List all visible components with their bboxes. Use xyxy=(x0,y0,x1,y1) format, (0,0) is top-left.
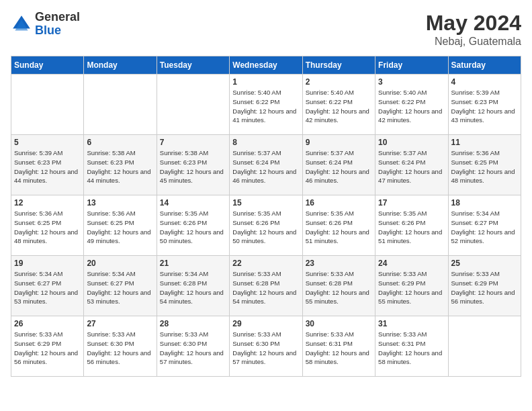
day-number: 6 xyxy=(87,138,153,147)
day-number: 7 xyxy=(160,138,226,147)
day-cell xyxy=(157,75,229,135)
day-number: 3 xyxy=(378,77,445,87)
day-number: 19 xyxy=(14,259,81,268)
day-number: 17 xyxy=(378,198,445,208)
day-info: Sunrise: 5:39 AM Sunset: 6:23 PM Dayligh… xyxy=(14,148,81,185)
day-cell: 12 Sunrise: 5:36 AM Sunset: 6:25 PM Dayl… xyxy=(11,195,84,256)
day-cell: 1 Sunrise: 5:40 AM Sunset: 6:22 PM Dayli… xyxy=(230,75,302,135)
day-info: Sunrise: 5:33 AM Sunset: 6:31 PM Dayligh… xyxy=(378,330,445,367)
day-cell: 9 Sunrise: 5:37 AM Sunset: 6:24 PM Dayli… xyxy=(302,135,375,195)
day-info: Sunrise: 5:36 AM Sunset: 6:25 PM Dayligh… xyxy=(87,209,153,246)
day-cell: 14 Sunrise: 5:35 AM Sunset: 6:26 PM Dayl… xyxy=(157,195,229,256)
day-number: 10 xyxy=(378,138,445,147)
day-cell: 22 Sunrise: 5:33 AM Sunset: 6:28 PM Dayl… xyxy=(230,256,302,316)
day-info: Sunrise: 5:33 AM Sunset: 6:29 PM Dayligh… xyxy=(378,269,445,306)
day-info: Sunrise: 5:36 AM Sunset: 6:25 PM Dayligh… xyxy=(14,209,81,246)
calendar-table: Sunday Monday Tuesday Wednesday Thursday… xyxy=(11,56,521,377)
day-cell: 30 Sunrise: 5:33 AM Sunset: 6:31 PM Dayl… xyxy=(302,316,375,377)
calendar-location: Nebaj, Guatemala xyxy=(426,36,521,48)
day-info: Sunrise: 5:33 AM Sunset: 6:30 PM Dayligh… xyxy=(232,330,299,367)
day-cell: 26 Sunrise: 5:33 AM Sunset: 6:29 PM Dayl… xyxy=(11,316,84,377)
day-cell: 28 Sunrise: 5:33 AM Sunset: 6:30 PM Dayl… xyxy=(157,316,229,377)
day-number: 27 xyxy=(87,319,153,328)
day-number: 20 xyxy=(87,259,153,268)
week-row-1: 1 Sunrise: 5:40 AM Sunset: 6:22 PM Dayli… xyxy=(11,75,521,135)
week-row-4: 19 Sunrise: 5:34 AM Sunset: 6:27 PM Dayl… xyxy=(11,256,521,316)
calendar-header-row: Sunday Monday Tuesday Wednesday Thursday… xyxy=(11,56,521,75)
day-number: 5 xyxy=(14,138,81,147)
day-cell: 29 Sunrise: 5:33 AM Sunset: 6:30 PM Dayl… xyxy=(230,316,302,377)
title-block: May 2024 Nebaj, Guatemala xyxy=(426,11,521,48)
week-row-5: 26 Sunrise: 5:33 AM Sunset: 6:29 PM Dayl… xyxy=(11,316,521,377)
day-info: Sunrise: 5:40 AM Sunset: 6:22 PM Dayligh… xyxy=(232,88,299,125)
day-number: 15 xyxy=(232,198,299,208)
day-cell: 11 Sunrise: 5:36 AM Sunset: 6:25 PM Dayl… xyxy=(448,135,521,195)
day-cell xyxy=(448,316,521,377)
day-number: 23 xyxy=(306,259,372,268)
header-thursday: Thursday xyxy=(302,56,375,75)
day-number: 22 xyxy=(232,259,299,268)
day-cell: 2 Sunrise: 5:40 AM Sunset: 6:22 PM Dayli… xyxy=(302,75,375,135)
day-cell: 5 Sunrise: 5:39 AM Sunset: 6:23 PM Dayli… xyxy=(11,135,84,195)
day-number: 29 xyxy=(232,319,299,328)
day-cell: 15 Sunrise: 5:35 AM Sunset: 6:26 PM Dayl… xyxy=(230,195,302,256)
logo: General Blue xyxy=(11,11,80,38)
day-number: 31 xyxy=(378,319,445,328)
day-number: 28 xyxy=(160,319,226,328)
day-info: Sunrise: 5:40 AM Sunset: 6:22 PM Dayligh… xyxy=(378,88,445,125)
day-cell: 3 Sunrise: 5:40 AM Sunset: 6:22 PM Dayli… xyxy=(375,75,448,135)
day-info: Sunrise: 5:33 AM Sunset: 6:31 PM Dayligh… xyxy=(306,330,372,367)
day-info: Sunrise: 5:39 AM Sunset: 6:23 PM Dayligh… xyxy=(451,88,518,125)
day-cell xyxy=(84,75,157,135)
day-number: 16 xyxy=(306,198,372,208)
logo-icon xyxy=(11,13,32,35)
day-cell: 6 Sunrise: 5:38 AM Sunset: 6:23 PM Dayli… xyxy=(84,135,157,195)
day-number: 12 xyxy=(14,198,81,208)
day-info: Sunrise: 5:34 AM Sunset: 6:27 PM Dayligh… xyxy=(14,269,81,306)
day-number: 1 xyxy=(232,77,299,87)
day-info: Sunrise: 5:40 AM Sunset: 6:22 PM Dayligh… xyxy=(306,88,372,125)
day-info: Sunrise: 5:33 AM Sunset: 6:28 PM Dayligh… xyxy=(232,269,299,306)
day-info: Sunrise: 5:35 AM Sunset: 6:26 PM Dayligh… xyxy=(160,209,226,246)
header-tuesday: Tuesday xyxy=(157,56,229,75)
day-number: 2 xyxy=(306,77,372,87)
day-cell: 7 Sunrise: 5:38 AM Sunset: 6:23 PM Dayli… xyxy=(157,135,229,195)
day-info: Sunrise: 5:35 AM Sunset: 6:26 PM Dayligh… xyxy=(378,209,445,246)
day-info: Sunrise: 5:37 AM Sunset: 6:24 PM Dayligh… xyxy=(306,148,372,185)
logo-text: General Blue xyxy=(35,11,80,38)
header-saturday: Saturday xyxy=(448,56,521,75)
day-info: Sunrise: 5:37 AM Sunset: 6:24 PM Dayligh… xyxy=(232,148,299,185)
day-info: Sunrise: 5:35 AM Sunset: 6:26 PM Dayligh… xyxy=(232,209,299,246)
week-row-3: 12 Sunrise: 5:36 AM Sunset: 6:25 PM Dayl… xyxy=(11,195,521,256)
day-info: Sunrise: 5:33 AM Sunset: 6:28 PM Dayligh… xyxy=(306,269,372,306)
day-cell: 13 Sunrise: 5:36 AM Sunset: 6:25 PM Dayl… xyxy=(84,195,157,256)
day-cell: 25 Sunrise: 5:33 AM Sunset: 6:29 PM Dayl… xyxy=(448,256,521,316)
day-info: Sunrise: 5:35 AM Sunset: 6:26 PM Dayligh… xyxy=(306,209,372,246)
week-row-2: 5 Sunrise: 5:39 AM Sunset: 6:23 PM Dayli… xyxy=(11,135,521,195)
day-info: Sunrise: 5:38 AM Sunset: 6:23 PM Dayligh… xyxy=(87,148,153,185)
day-cell: 27 Sunrise: 5:33 AM Sunset: 6:30 PM Dayl… xyxy=(84,316,157,377)
header-wednesday: Wednesday xyxy=(230,56,302,75)
calendar-title: May 2024 xyxy=(426,11,521,36)
day-cell: 8 Sunrise: 5:37 AM Sunset: 6:24 PM Dayli… xyxy=(230,135,302,195)
header-friday: Friday xyxy=(375,56,448,75)
day-number: 26 xyxy=(14,319,81,328)
logo-general-label: General xyxy=(35,11,80,24)
day-info: Sunrise: 5:33 AM Sunset: 6:29 PM Dayligh… xyxy=(14,330,81,367)
day-number: 30 xyxy=(306,319,372,328)
day-info: Sunrise: 5:33 AM Sunset: 6:30 PM Dayligh… xyxy=(87,330,153,367)
day-cell: 21 Sunrise: 5:34 AM Sunset: 6:28 PM Dayl… xyxy=(157,256,229,316)
day-cell: 10 Sunrise: 5:37 AM Sunset: 6:24 PM Dayl… xyxy=(375,135,448,195)
day-info: Sunrise: 5:33 AM Sunset: 6:29 PM Dayligh… xyxy=(451,269,518,306)
day-info: Sunrise: 5:33 AM Sunset: 6:30 PM Dayligh… xyxy=(160,330,226,367)
day-cell xyxy=(11,75,84,135)
day-cell: 19 Sunrise: 5:34 AM Sunset: 6:27 PM Dayl… xyxy=(11,256,84,316)
day-info: Sunrise: 5:34 AM Sunset: 6:27 PM Dayligh… xyxy=(451,209,518,246)
day-cell: 24 Sunrise: 5:33 AM Sunset: 6:29 PM Dayl… xyxy=(375,256,448,316)
day-info: Sunrise: 5:37 AM Sunset: 6:24 PM Dayligh… xyxy=(378,148,445,185)
day-cell: 31 Sunrise: 5:33 AM Sunset: 6:31 PM Dayl… xyxy=(375,316,448,377)
day-number: 4 xyxy=(451,77,518,87)
day-info: Sunrise: 5:38 AM Sunset: 6:23 PM Dayligh… xyxy=(160,148,226,185)
header-sunday: Sunday xyxy=(11,56,84,75)
day-number: 13 xyxy=(87,198,153,208)
